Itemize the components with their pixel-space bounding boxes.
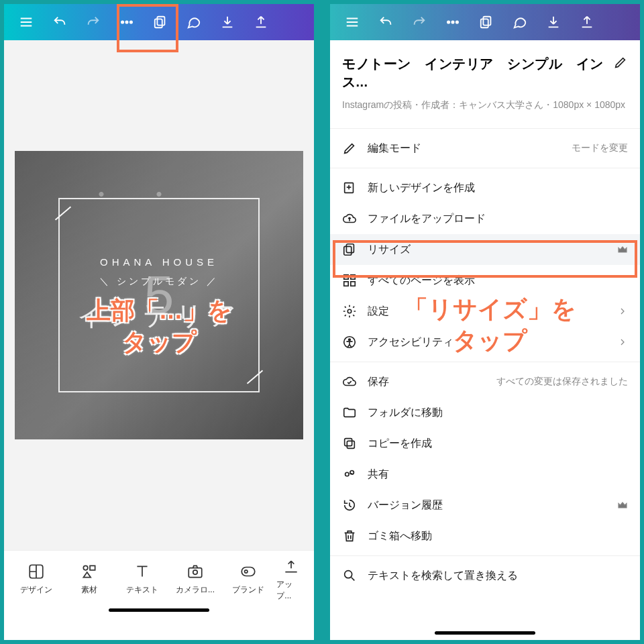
home-indicator — [435, 631, 535, 635]
top-toolbar-dim — [330, 4, 640, 40]
menu-find-replace[interactable]: テキストを検索して置き換える — [330, 560, 640, 591]
svg-rect-18 — [346, 244, 354, 253]
svg-rect-3 — [157, 17, 164, 25]
menu-settings[interactable]: 設定 — [330, 296, 640, 327]
pages-icon[interactable] — [145, 7, 176, 38]
svg-point-24 — [347, 309, 352, 313]
headline-text: インテリア — [77, 297, 241, 334]
menu-share[interactable]: 共有 — [330, 459, 640, 490]
redo-icon[interactable] — [78, 7, 109, 38]
svg-point-0 — [121, 21, 123, 23]
export-icon[interactable] — [246, 7, 276, 38]
menu-icon[interactable] — [11, 7, 42, 38]
menu-accessibility[interactable]: アクセシビリティ — [330, 327, 640, 358]
svg-rect-21 — [351, 275, 355, 279]
svg-point-6 — [84, 566, 88, 570]
menu-resize[interactable]: リサイズ — [330, 234, 640, 265]
undo-icon[interactable] — [44, 7, 75, 38]
menu-version-history[interactable]: バージョン履歴 — [330, 490, 640, 521]
svg-point-12 — [447, 21, 449, 23]
tab-camera[interactable]: カメラロ... — [171, 563, 220, 596]
svg-rect-28 — [345, 439, 352, 446]
menu-all-pages[interactable]: すべてのページを表示 — [330, 265, 640, 296]
sheet-subtitle: Instagramの投稿・作成者：キャンバス大学さん・1080px × 1080… — [330, 95, 640, 124]
menu-upload-file[interactable]: ファイルをアップロード — [330, 203, 640, 234]
sheet-title: モノトーン インテリア シンプル インス... — [342, 55, 606, 91]
pages-icon — [471, 7, 502, 38]
svg-rect-15 — [483, 17, 490, 25]
menu-new-design[interactable]: 新しいデザインを作成 — [330, 172, 640, 203]
svg-rect-8 — [189, 568, 202, 578]
bottom-tabbar: デザイン 素材 テキスト カメラロ... ブランド アップ... — [4, 550, 314, 617]
tab-text[interactable]: テキスト — [118, 563, 167, 596]
tab-design[interactable]: デザイン — [12, 563, 61, 596]
crown-icon — [617, 500, 628, 511]
svg-point-9 — [193, 570, 198, 575]
menu-icon — [337, 7, 368, 38]
export-icon — [572, 7, 602, 38]
phone-right: モノトーン インテリア シンプル インス... Instagramの投稿・作成者… — [326, 0, 644, 644]
svg-point-14 — [456, 21, 458, 23]
design-preview[interactable]: OHANA HOUSE ＼ シンプルモダン ／ 5 インテリア — [15, 151, 303, 439]
menu-save[interactable]: 保存 すべての変更は保存されました — [330, 366, 640, 397]
svg-rect-16 — [481, 19, 488, 28]
tab-upload[interactable]: アップ... — [276, 557, 306, 602]
svg-point-1 — [125, 21, 127, 23]
undo-icon — [370, 7, 401, 38]
svg-point-2 — [130, 21, 132, 23]
comment-icon[interactable] — [178, 7, 209, 38]
redo-icon — [404, 7, 435, 38]
svg-rect-4 — [155, 19, 162, 28]
menu-trash[interactable]: ゴミ箱へ移動 — [330, 521, 640, 551]
svg-rect-10 — [241, 568, 255, 576]
tab-brand[interactable]: ブランド — [223, 563, 272, 596]
svg-point-31 — [345, 571, 352, 578]
options-sheet: モノトーン インテリア シンプル インス... Instagramの投稿・作成者… — [330, 40, 640, 640]
more-icon — [437, 7, 468, 38]
edit-title-icon[interactable] — [613, 55, 628, 72]
more-icon[interactable] — [111, 7, 142, 38]
svg-point-29 — [345, 472, 350, 476]
svg-rect-27 — [347, 441, 354, 448]
download-icon — [538, 7, 569, 38]
home-indicator — [109, 608, 209, 612]
tab-elements[interactable]: 素材 — [65, 563, 114, 596]
download-icon[interactable] — [212, 7, 243, 38]
sheet-header: モノトーン インテリア シンプル インス... — [330, 40, 640, 95]
menu-move-folder[interactable]: フォルダに移動 — [330, 397, 640, 428]
menu-edit-mode[interactable]: 編集モード モードを変更 — [330, 133, 640, 164]
top-toolbar — [4, 4, 314, 40]
svg-point-11 — [244, 570, 247, 573]
svg-rect-7 — [90, 566, 95, 570]
svg-rect-23 — [351, 282, 355, 286]
svg-point-26 — [349, 339, 351, 341]
design-frame: OHANA HOUSE ＼ シンプルモダン ／ 5 インテリア — [58, 198, 260, 392]
menu-copy[interactable]: コピーを作成 — [330, 428, 640, 459]
canvas-area[interactable]: OHANA HOUSE ＼ シンプルモダン ／ 5 インテリア 上部「…」を タ… — [4, 40, 314, 550]
phone-left: OHANA HOUSE ＼ シンプルモダン ／ 5 インテリア 上部「…」を タ… — [0, 0, 318, 644]
svg-rect-22 — [344, 282, 348, 286]
svg-rect-20 — [344, 275, 348, 279]
comment-icon — [504, 7, 535, 38]
svg-point-13 — [451, 21, 453, 23]
svg-rect-19 — [344, 246, 352, 255]
crown-icon — [617, 244, 628, 255]
